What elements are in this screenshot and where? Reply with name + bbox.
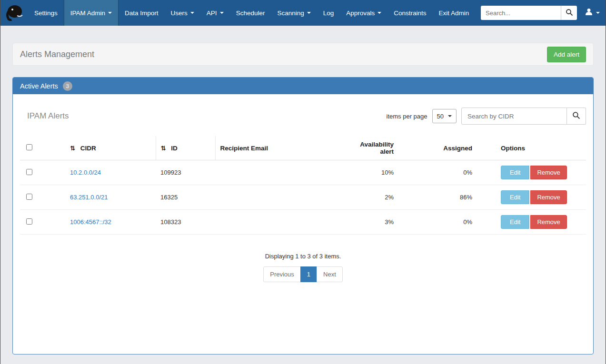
column-label: Options: [501, 145, 525, 152]
remove-button[interactable]: Remove: [530, 190, 566, 204]
nav-item-users[interactable]: Users: [165, 0, 200, 26]
active-alerts-panel: Active Alerts 3 IPAM Alerts items per pa…: [12, 77, 594, 354]
cidr-link[interactable]: 1006:4567::/32: [70, 218, 111, 226]
main-content: Alerts Management Add alert Active Alert…: [0, 26, 606, 354]
page-title: Alerts Management: [20, 49, 94, 59]
chevron-down-icon: [378, 12, 381, 14]
nav-item-label: Log: [323, 10, 334, 17]
id-cell: 109923: [156, 160, 215, 185]
pagination-previous[interactable]: Previous: [263, 266, 301, 282]
nav-item-label: Exit Admin: [439, 10, 469, 17]
main-menu: Settings IPAM Admin Data Import Users AP…: [28, 0, 475, 26]
cidr-search: [461, 108, 586, 125]
assigned-cell: 0%: [398, 210, 477, 235]
nav-item-label: Data Import: [125, 10, 159, 17]
recipient-email-cell: [215, 185, 344, 210]
column-header-availability: Availability alert: [344, 136, 398, 160]
column-label: CIDR: [80, 145, 96, 152]
table-header-row: ⇅ CIDR ⇅ ID Recipient Email Av: [20, 136, 586, 160]
chevron-down-icon: [220, 12, 224, 14]
nav-item-label: Settings: [34, 10, 58, 17]
column-header-options: Options: [477, 136, 586, 160]
select-all-header: [20, 136, 65, 160]
nav-item-settings[interactable]: Settings: [28, 0, 64, 26]
remove-button[interactable]: Remove: [530, 166, 566, 179]
chevron-down-icon: [108, 12, 112, 14]
column-label: Assigned: [443, 145, 472, 152]
availability-cell: 2%: [344, 185, 398, 210]
add-alert-button[interactable]: Add alert: [547, 47, 586, 62]
items-per-page-value: 50: [437, 113, 444, 120]
edit-button[interactable]: Edit: [501, 166, 529, 179]
nav-item-label: Scanning: [277, 10, 304, 17]
navbar-search-button[interactable]: [561, 6, 577, 20]
pagination: Previous 1 Next: [20, 266, 586, 282]
navbar-search-input[interactable]: [481, 6, 561, 20]
page-header: Alerts Management Add alert: [12, 43, 594, 66]
nav-item-label: IPAM Admin: [70, 10, 105, 17]
remove-button[interactable]: Remove: [530, 215, 566, 229]
app-logo[interactable]: [0, 0, 28, 26]
navbar-right: [481, 0, 606, 26]
nav-item-approvals[interactable]: Approvals: [340, 0, 387, 26]
column-header-id[interactable]: ⇅ ID: [156, 136, 215, 160]
items-per-page-label: items per page: [387, 113, 427, 120]
row-checkbox[interactable]: [26, 194, 32, 200]
cidr-search-input[interactable]: [461, 108, 567, 125]
cidr-link[interactable]: 10.2.0.0/24: [70, 169, 101, 176]
chevron-down-icon: [190, 12, 194, 14]
nav-item-ipam-admin[interactable]: IPAM Admin: [64, 0, 119, 26]
nav-item-scheduler[interactable]: Scheduler: [230, 0, 271, 26]
toolbar-controls: items per page 50: [387, 108, 586, 125]
alerts-table: ⇅ CIDR ⇅ ID Recipient Email Av: [20, 136, 586, 235]
nav-item-scanning[interactable]: Scanning: [271, 0, 317, 26]
edit-button[interactable]: Edit: [501, 190, 529, 204]
nav-item-label: Users: [171, 10, 188, 17]
column-header-recipient-email: Recipient Email: [215, 136, 344, 160]
results-summary: Displaying 1 to 3 of 3 items.: [20, 253, 586, 260]
pagination-page-1[interactable]: 1: [300, 266, 317, 282]
user-menu[interactable]: [585, 8, 600, 18]
chevron-down-icon: [448, 115, 452, 117]
nav-item-api[interactable]: API: [200, 0, 230, 26]
assigned-cell: 86%: [398, 185, 477, 210]
recipient-email-cell: [215, 160, 344, 185]
row-checkbox[interactable]: [26, 169, 32, 175]
cidr-search-button[interactable]: [567, 108, 586, 125]
navbar-search: [481, 6, 577, 20]
panel-body: IPAM Alerts items per page 50: [13, 94, 593, 291]
search-icon: [572, 111, 580, 121]
edit-button[interactable]: Edit: [501, 215, 529, 229]
nav-item-label: Constraints: [394, 10, 426, 17]
items-per-page-select[interactable]: 50: [432, 109, 457, 123]
cidr-link[interactable]: 63.251.0.0/21: [70, 194, 108, 201]
column-header-cidr[interactable]: ⇅ CIDR: [65, 136, 156, 160]
pagination-next[interactable]: Next: [317, 266, 343, 282]
search-icon: [566, 9, 573, 18]
table-title: IPAM Alerts: [20, 111, 69, 121]
user-icon: [585, 8, 593, 18]
nav-item-log[interactable]: Log: [317, 0, 340, 26]
table-row: 1006:4567::/32 108323 3% 0% EditRemove: [20, 210, 586, 235]
recipient-email-cell: [215, 210, 344, 235]
sort-icon: ⇅: [70, 145, 75, 152]
column-label: Recipient Email: [220, 145, 268, 152]
availability-cell: 10%: [344, 160, 398, 185]
nav-item-data-import[interactable]: Data Import: [119, 0, 165, 26]
app-screen: Settings IPAM Admin Data Import Users AP…: [0, 0, 606, 364]
nav-item-constraints[interactable]: Constraints: [387, 0, 432, 26]
chevron-down-icon: [596, 12, 600, 14]
nav-item-label: API: [207, 10, 217, 17]
top-navbar: Settings IPAM Admin Data Import Users AP…: [0, 0, 606, 26]
column-header-assigned: Assigned: [398, 136, 477, 160]
row-checkbox[interactable]: [26, 218, 32, 225]
nav-item-label: Scheduler: [236, 10, 265, 17]
elephant-logo-icon: [5, 3, 24, 23]
panel-heading: Active Alerts 3: [13, 78, 593, 94]
table-row: 63.251.0.0/21 16325 2% 86% EditRemove: [20, 185, 586, 210]
id-cell: 108323: [156, 210, 215, 235]
column-label: ID: [171, 145, 178, 152]
nav-item-exit-admin[interactable]: Exit Admin: [433, 0, 476, 26]
alert-count-badge: 3: [63, 81, 72, 91]
select-all-checkbox[interactable]: [26, 144, 32, 150]
